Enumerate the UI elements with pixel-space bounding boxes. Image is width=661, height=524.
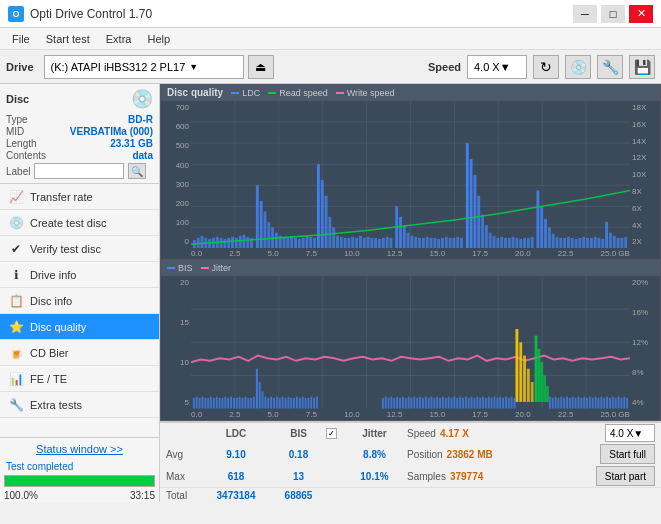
svg-rect-88: [477, 196, 480, 249]
svg-rect-214: [456, 398, 458, 409]
disc-contents-value: data: [132, 150, 153, 161]
svg-rect-142: [201, 397, 203, 409]
svg-rect-249: [575, 398, 577, 409]
menu-file[interactable]: File: [4, 31, 38, 47]
start-part-button[interactable]: Start part: [596, 466, 655, 486]
svg-rect-194: [399, 398, 401, 409]
total-ldc: 3473184: [217, 490, 256, 501]
disc-type-row: Type BD-R: [6, 114, 153, 125]
eject-icon: ⏏: [255, 60, 266, 74]
stats-speed-arrow-icon: ▼: [633, 428, 643, 439]
fe-te-icon: 📊: [8, 371, 24, 387]
menu-help[interactable]: Help: [139, 31, 178, 47]
top-x-axis: 0.0 2.5 5.0 7.5 10.0 12.5 15.0 17.5 20.0…: [161, 248, 660, 259]
settings-button[interactable]: 🔧: [597, 55, 623, 79]
svg-rect-242: [555, 397, 557, 409]
sidebar-item-fe-te[interactable]: 📊 FE / TE: [0, 366, 159, 392]
svg-rect-109: [559, 238, 562, 249]
svg-rect-103: [536, 191, 539, 249]
sidebar-item-extra-tests[interactable]: 🔧 Extra tests: [0, 392, 159, 418]
svg-rect-66: [390, 238, 393, 249]
svg-rect-53: [340, 237, 343, 249]
speed-stat-label: Speed: [407, 428, 436, 439]
disc-button[interactable]: 💿: [565, 55, 591, 79]
sidebar-item-drive-info[interactable]: ℹ Drive info: [0, 262, 159, 288]
svg-rect-64: [382, 238, 385, 249]
bottom-chart: BIS Jitter 20 15 10 5: [160, 260, 661, 421]
start-full-button[interactable]: Start full: [600, 444, 655, 464]
title-bar-left: O Opti Drive Control 1.70: [8, 6, 152, 22]
menu-start-test[interactable]: Start test: [38, 31, 98, 47]
maximize-button[interactable]: □: [601, 5, 625, 23]
bis-legend: BIS: [167, 263, 193, 273]
disc-header: Disc 💿: [6, 88, 153, 110]
sidebar-item-disc-info[interactable]: 📋 Disc info: [0, 288, 159, 314]
eject-button[interactable]: ⏏: [248, 55, 274, 79]
avg-jitter: 8.8%: [363, 449, 386, 460]
svg-rect-250: [578, 397, 580, 409]
svg-rect-123: [613, 236, 616, 249]
disc-mid-key: MID: [6, 126, 24, 137]
svg-rect-170: [282, 397, 284, 409]
svg-rect-237: [540, 363, 543, 403]
sidebar-item-disc-quality[interactable]: ⭐ Disc quality: [0, 314, 159, 340]
status-window-button[interactable]: Status window >>: [0, 438, 159, 460]
write-speed-legend: Write speed: [336, 88, 395, 98]
sidebar-item-cd-bier[interactable]: 🍺 CD Bier: [0, 340, 159, 366]
svg-rect-36: [275, 233, 278, 249]
svg-rect-159: [250, 398, 252, 409]
svg-rect-76: [430, 238, 433, 249]
svg-rect-55: [348, 238, 351, 249]
speed-stat-value: 4.17 X: [440, 428, 469, 439]
status-text: Test completed: [0, 460, 159, 473]
disc-quality-icon: ⭐: [8, 319, 24, 335]
svg-rect-183: [515, 329, 518, 402]
refresh-button[interactable]: ↻: [533, 55, 559, 79]
disc-section: Disc 💿 Type BD-R MID VERBATIMa (000) Len…: [0, 84, 159, 184]
close-button[interactable]: ✕: [629, 5, 653, 23]
svg-rect-152: [230, 397, 232, 409]
svg-rect-85: [466, 143, 469, 248]
disc-label-button[interactable]: 🔍: [128, 163, 146, 179]
bottom-chart-plot: [191, 276, 630, 409]
svg-rect-32: [260, 201, 263, 248]
svg-rect-164: [264, 397, 266, 409]
minimize-button[interactable]: ─: [573, 5, 597, 23]
disc-label-key: Label: [6, 166, 30, 177]
svg-rect-205: [431, 397, 433, 409]
svg-rect-223: [482, 397, 484, 409]
jitter-checkbox[interactable]: ✓: [326, 428, 337, 439]
svg-rect-187: [531, 382, 534, 402]
svg-rect-248: [572, 397, 574, 409]
svg-rect-190: [388, 398, 390, 409]
menu-extra[interactable]: Extra: [98, 31, 140, 47]
stats-speed-dropdown[interactable]: 4.0 X ▼: [605, 424, 655, 442]
disc-info-icon: 📋: [8, 293, 24, 309]
svg-rect-116: [586, 238, 589, 249]
menu-bar: File Start test Extra Help: [0, 28, 661, 50]
svg-rect-149: [222, 398, 224, 409]
drive-dropdown[interactable]: (K:) ATAPI iHBS312 2 PL17 ▼: [44, 55, 244, 79]
svg-rect-60: [367, 237, 370, 249]
svg-rect-162: [259, 382, 261, 409]
left-panel: Disc 💿 Type BD-R MID VERBATIMa (000) Len…: [0, 84, 160, 502]
svg-rect-68: [399, 217, 402, 249]
sidebar-item-transfer-rate[interactable]: 📈 Transfer rate: [0, 184, 159, 210]
nav-transfer-rate-label: Transfer rate: [30, 191, 93, 203]
svg-rect-51: [332, 227, 335, 248]
svg-rect-33: [264, 212, 267, 249]
svg-rect-153: [233, 398, 235, 409]
svg-rect-63: [378, 239, 381, 248]
speed-dropdown[interactable]: 4.0 X ▼: [467, 55, 527, 79]
svg-rect-39: [286, 238, 289, 249]
svg-rect-23: [223, 239, 226, 248]
sidebar-item-create-test-disc[interactable]: 💿 Create test disc: [0, 210, 159, 236]
save-button[interactable]: 💾: [629, 55, 655, 79]
svg-rect-144: [207, 398, 209, 409]
bis-col-header: BIS: [290, 428, 307, 439]
sidebar-item-verify-test-disc[interactable]: ✔ Verify test disc: [0, 236, 159, 262]
svg-rect-100: [523, 238, 526, 249]
disc-label-input[interactable]: [34, 163, 124, 179]
read-speed-legend: Read speed: [268, 88, 328, 98]
svg-rect-160: [253, 397, 255, 409]
